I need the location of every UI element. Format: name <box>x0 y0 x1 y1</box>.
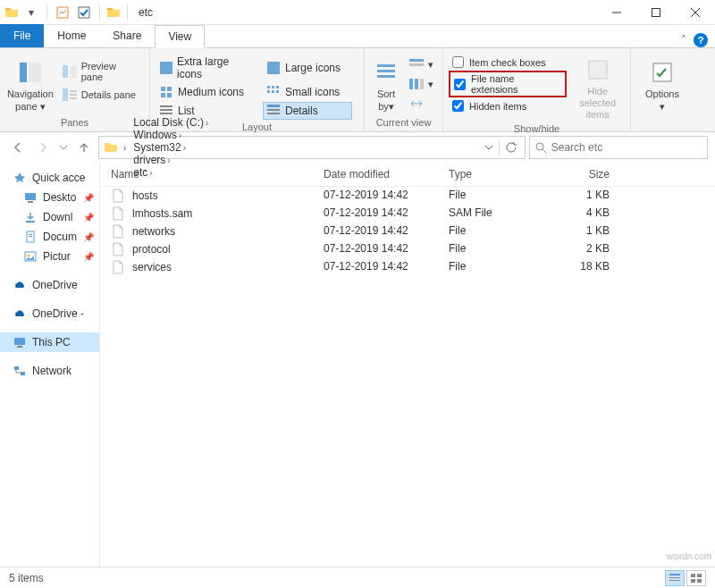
chevron-right-icon: › <box>179 130 181 140</box>
tab-share[interactable]: Share <box>99 24 155 47</box>
help-icon[interactable]: ? <box>694 33 708 47</box>
sidebar-item-desktop[interactable]: Deskto📌 <box>0 188 99 207</box>
search-input[interactable] <box>551 141 702 154</box>
svg-rect-42 <box>26 221 35 223</box>
svg-rect-44 <box>29 234 32 235</box>
svg-rect-30 <box>377 70 395 72</box>
file-row[interactable]: services07-12-2019 14:42File18 KB <box>100 258 715 276</box>
file-icon <box>111 260 125 274</box>
chevron-right-icon: › <box>206 118 208 128</box>
layout-medium[interactable]: Medium icons <box>156 83 256 101</box>
view-details-button[interactable] <box>665 570 685 586</box>
breadcrumb-segment[interactable]: › <box>121 143 129 153</box>
file-row[interactable]: lmhosts.sam07-12-2019 14:42SAM File4 KB <box>100 205 715 223</box>
svg-rect-17 <box>267 86 270 88</box>
navigation-pane-icon <box>16 58 45 87</box>
large-icons-icon <box>266 61 281 75</box>
sidebar-network[interactable]: Network <box>0 361 99 381</box>
layout-details[interactable]: Details <box>263 102 352 120</box>
add-columns-button[interactable]: ▾ <box>406 75 437 93</box>
sort-by-button[interactable]: Sort by▾ <box>370 52 402 115</box>
qat-checkbox-icon[interactable] <box>74 3 94 22</box>
network-icon <box>13 364 27 378</box>
item-checkboxes-toggle[interactable]: Item check boxes <box>449 55 567 69</box>
breadcrumb-segment[interactable]: System32 › <box>130 141 211 154</box>
hide-selected-button[interactable]: Hide selected items <box>570 52 625 122</box>
recent-locations-button[interactable] <box>57 137 70 158</box>
breadcrumb-segment[interactable]: Local Disk (C:) › <box>130 116 211 129</box>
back-button[interactable] <box>7 137 29 158</box>
sidebar-onedrive[interactable]: OneDrive <box>0 275 99 295</box>
file-row[interactable]: networks07-12-2019 14:42File1 KB <box>100 223 715 240</box>
svg-rect-36 <box>420 79 424 89</box>
size-columns-button[interactable] <box>406 95 437 113</box>
file-icon <box>111 242 125 256</box>
svg-rect-29 <box>377 64 395 67</box>
tab-view[interactable]: View <box>155 25 205 48</box>
preview-pane-button[interactable]: Preview pane <box>59 59 144 84</box>
svg-rect-35 <box>415 79 418 89</box>
ribbon-tabs: File Home Share View ˄ ? <box>0 25 715 48</box>
column-date[interactable]: Date modified <box>324 168 449 181</box>
separator <box>499 139 500 156</box>
preview-pane-icon <box>63 64 77 79</box>
svg-rect-41 <box>28 201 33 203</box>
sidebar-item-pictures[interactable]: Pictur📌 <box>0 247 99 266</box>
maximize-button[interactable] <box>636 0 676 25</box>
refresh-button[interactable] <box>505 141 517 154</box>
hide-selected-icon <box>584 55 612 84</box>
svg-rect-8 <box>70 90 77 92</box>
navigation-pane-button[interactable]: Navigation pane ▾ <box>5 52 55 115</box>
qat-dropdown-icon[interactable]: ▾ <box>21 3 41 22</box>
collapse-ribbon-icon[interactable]: ˄ <box>681 34 686 46</box>
item-checkboxes-checkbox[interactable] <box>452 56 464 68</box>
address-bar[interactable]: › Local Disk (C:) ›Windows ›System32 ›dr… <box>98 136 526 159</box>
svg-rect-19 <box>276 86 279 88</box>
layout-small[interactable]: Small icons <box>263 83 352 101</box>
onedrive-icon <box>13 307 27 321</box>
layout-extra-large[interactable]: Extra large icons <box>156 54 256 82</box>
small-icons-icon <box>266 85 281 99</box>
file-row[interactable]: hosts07-12-2019 14:42File1 KB <box>100 187 715 205</box>
options-button[interactable]: Options ▾ <box>636 52 688 115</box>
layout-large[interactable]: Large icons <box>263 54 352 82</box>
details-pane-button[interactable]: Details pane <box>59 86 144 104</box>
pictures-icon <box>23 249 38 264</box>
file-extensions-toggle[interactable]: File name extensions <box>449 71 567 97</box>
search-box[interactable] <box>529 136 708 159</box>
column-name[interactable]: Name ˄ <box>100 168 324 181</box>
sort-indicator-icon: ˄ <box>143 170 147 179</box>
svg-rect-50 <box>14 366 19 370</box>
qat-properties-icon[interactable] <box>53 3 72 22</box>
tab-file[interactable]: File <box>0 24 44 47</box>
search-icon <box>535 142 546 154</box>
hidden-items-toggle[interactable]: Hidden items <box>449 99 567 113</box>
tab-home[interactable]: Home <box>44 24 99 47</box>
column-size[interactable]: Size <box>547 168 627 181</box>
forward-button[interactable] <box>32 137 54 158</box>
sidebar-onedrive-2[interactable]: OneDrive - <box>0 304 99 323</box>
svg-rect-49 <box>17 346 22 348</box>
file-extensions-checkbox[interactable] <box>454 79 466 90</box>
details-icon <box>266 104 281 118</box>
downloads-icon <box>23 210 38 224</box>
sidebar-item-documents[interactable]: Docum📌 <box>0 227 99 247</box>
pin-icon: 📌 <box>83 193 94 203</box>
folder-icon <box>4 4 20 21</box>
minimize-button[interactable] <box>597 0 636 25</box>
sidebar-quick-access[interactable]: Quick acce <box>0 168 99 188</box>
file-row[interactable]: protocol07-12-2019 14:42File2 KB <box>100 240 715 258</box>
up-button[interactable] <box>73 137 95 158</box>
sort-icon <box>372 58 400 87</box>
chevron-right-icon: › <box>183 143 186 153</box>
group-by-button[interactable]: ▾ <box>406 55 437 73</box>
address-dropdown-icon[interactable] <box>484 143 493 152</box>
hidden-items-checkbox[interactable] <box>452 100 464 112</box>
sidebar-this-pc[interactable]: This PC <box>0 332 99 352</box>
view-large-icons-button[interactable] <box>686 570 706 586</box>
file-icon <box>111 206 125 221</box>
column-type[interactable]: Type <box>449 168 547 181</box>
breadcrumb-segment[interactable]: Windows › <box>130 129 211 141</box>
close-button[interactable] <box>676 0 715 25</box>
sidebar-item-downloads[interactable]: Downl📌 <box>0 207 99 227</box>
